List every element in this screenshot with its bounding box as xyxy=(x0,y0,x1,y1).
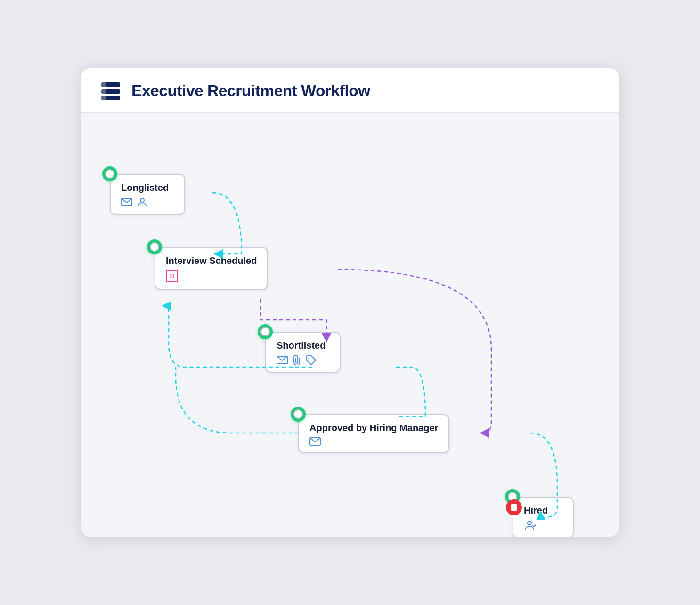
hired-person-icon xyxy=(524,520,536,531)
shortlisted-label: Shortlisted xyxy=(277,340,329,351)
interview-label: Interview Scheduled xyxy=(166,255,257,266)
svg-point-11 xyxy=(528,521,531,525)
interview-calendar-icon: 31 xyxy=(166,270,178,282)
interview-icons: 31 xyxy=(166,270,257,282)
svg-rect-5 xyxy=(101,96,106,100)
shortlisted-tag-icon xyxy=(306,355,316,365)
approved-right-dot xyxy=(293,409,303,419)
header: Executive Recruitment Workflow xyxy=(81,68,619,113)
approved-icons xyxy=(309,437,438,446)
svg-rect-4 xyxy=(101,89,106,94)
svg-point-7 xyxy=(140,198,144,202)
longlisted-icons xyxy=(121,197,174,207)
shortlisted-email-icon xyxy=(277,356,288,364)
longlisted-label: Longlisted xyxy=(121,182,174,193)
shortlisted-right-dot xyxy=(260,327,270,336)
main-card: Executive Recruitment Workflow xyxy=(81,68,619,537)
approved-email-icon xyxy=(309,437,321,446)
shortlisted-node-box: Shortlisted xyxy=(265,332,341,373)
hired-label: Hired xyxy=(524,505,562,516)
shortlisted-paperclip-icon xyxy=(293,355,301,365)
workflow-canvas: Longlisted xyxy=(81,113,619,537)
page-title: Executive Recruitment Workflow xyxy=(131,82,370,100)
stop-button[interactable] xyxy=(506,499,522,515)
interview-node-box: Interview Scheduled 31 xyxy=(155,247,268,290)
longlisted-email-icon xyxy=(121,198,132,206)
svg-rect-3 xyxy=(101,82,106,87)
approved-label: Approved by Hiring Manager xyxy=(309,423,438,433)
longlisted-node-box: Longlisted xyxy=(110,174,185,215)
shortlisted-icons xyxy=(277,355,329,365)
hired-icons xyxy=(524,520,562,531)
interview-bottom-dot xyxy=(150,242,159,252)
longlisted-person-icon xyxy=(137,197,147,207)
approved-node-box: Approved by Hiring Manager xyxy=(298,414,449,453)
workflow-icon xyxy=(98,79,123,103)
longlisted-right-dot xyxy=(105,169,114,179)
hired-node-box: Hired xyxy=(513,497,574,537)
svg-point-9 xyxy=(308,358,309,359)
